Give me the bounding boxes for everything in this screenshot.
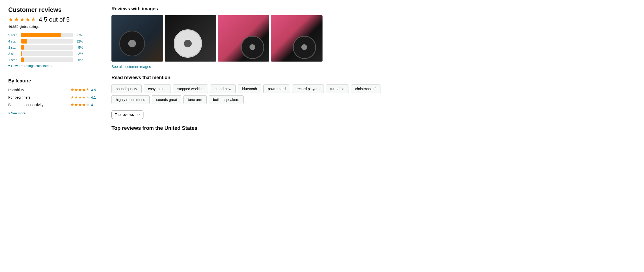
- star-4: ★: [25, 17, 30, 22]
- tag-sounds-great[interactable]: sounds great: [152, 95, 181, 104]
- tag-stopped-working[interactable]: stopped working: [173, 84, 208, 93]
- fstar-half-portability: ★ ★: [86, 87, 90, 92]
- star-2-label[interactable]: 2 star: [8, 52, 19, 56]
- feature-beginners-stars: ★ ★ ★ ★ ★: [70, 95, 90, 100]
- star-bar-1[interactable]: 1 star 5%: [8, 57, 96, 62]
- star-5-half: [31, 17, 36, 22]
- tag-easy-to-use[interactable]: easy to use: [144, 84, 171, 93]
- tag-turntable[interactable]: turntable: [326, 84, 349, 93]
- bar-track-4: [21, 39, 73, 44]
- star-3: ★: [20, 17, 25, 22]
- tag-bluetooth[interactable]: bluetooth: [238, 84, 261, 93]
- bar-track-5: [21, 33, 73, 37]
- feature-portability-right: ★ ★ ★ ★ ★ ★ 4.5: [70, 87, 96, 92]
- feature-beginners: For beginners ★ ★ ★ ★ ★ 4.1: [8, 95, 96, 100]
- star-bar-4[interactable]: 4 star 12%: [8, 39, 96, 44]
- review-image-4[interactable]: [271, 15, 323, 62]
- star-1-label[interactable]: 1 star: [8, 58, 19, 62]
- fstar-1: ★: [70, 87, 74, 92]
- tag-tone-arm[interactable]: tone arm: [183, 95, 206, 104]
- star-bar-5[interactable]: 5 star 77%: [8, 33, 96, 37]
- feature-portability-score: 4.5: [91, 88, 96, 92]
- fstar-3: ★: [78, 87, 82, 92]
- fstar-bl3: ★: [78, 102, 82, 107]
- star-bar-2[interactable]: 2 star 2%: [8, 51, 96, 56]
- fstar-bl1: ★: [70, 102, 74, 107]
- tag-brand-new[interactable]: brand new: [210, 84, 236, 93]
- global-ratings: 46,859 global ratings: [8, 25, 96, 29]
- by-feature-title: By feature: [8, 78, 96, 84]
- tag-sound-quality[interactable]: sound quality: [111, 84, 142, 93]
- bar-track-1: [21, 57, 73, 62]
- fstar-2: ★: [74, 87, 78, 92]
- star-5-label[interactable]: 5 star: [8, 33, 19, 37]
- star-1: ★: [8, 17, 13, 22]
- sort-select[interactable]: Top reviews Most recent: [111, 110, 143, 119]
- feature-bluetooth-label: Bluetooth connectivity: [8, 103, 43, 107]
- fstar-bl2: ★: [74, 102, 78, 107]
- top-reviews-from-title: Top reviews from the United States: [111, 125, 411, 131]
- overall-stars: ★ ★ ★ ★: [8, 17, 36, 22]
- rating-number: 4.5 out of 5: [39, 16, 70, 23]
- fstar-b2: ★: [74, 95, 78, 100]
- bar-fill-4: [21, 39, 27, 44]
- review-image-2[interactable]: [165, 15, 216, 62]
- bar-track-2: [21, 51, 73, 56]
- bar-pct-3: 5%: [75, 46, 83, 49]
- mention-tags-container: sound quality easy to use stopped workin…: [111, 84, 411, 104]
- review-image-1[interactable]: [111, 15, 163, 62]
- bar-fill-3: [21, 45, 24, 50]
- sort-dropdown-container: Top reviews Most recent: [111, 110, 411, 119]
- bar-pct-5: 77%: [75, 33, 83, 37]
- feature-bluetooth-stars: ★ ★ ★ ★ ★: [70, 102, 90, 107]
- feature-bluetooth-score: 4.1: [91, 103, 96, 107]
- feature-beginners-score: 4.1: [91, 95, 96, 99]
- tag-highly-recommend[interactable]: highly recommend: [111, 95, 150, 104]
- feature-bluetooth-right: ★ ★ ★ ★ ★ 4.1: [70, 102, 96, 107]
- fstar-b1: ★: [70, 95, 74, 100]
- bar-pct-1: 5%: [75, 58, 83, 62]
- bar-pct-4: 12%: [75, 39, 83, 43]
- tag-built-in-speakers[interactable]: built in speakers: [209, 95, 244, 104]
- feature-portability-label: Portability: [8, 88, 24, 92]
- fstar-b4: ★: [82, 95, 86, 100]
- star-3-label[interactable]: 3 star: [8, 46, 19, 49]
- fstar-b3: ★: [78, 95, 82, 100]
- overall-rating-row: ★ ★ ★ ★ 4.5 out of 5: [8, 16, 96, 23]
- left-column: Customer reviews ★ ★ ★ ★ 4.5 out of 5 46…: [8, 6, 96, 131]
- customer-reviews-title: Customer reviews: [8, 6, 96, 13]
- fstar-bl5-empty: ★: [86, 102, 90, 107]
- fstar-b5-empty: ★: [86, 95, 90, 100]
- bar-track-3: [21, 45, 73, 50]
- tag-christmas-gift[interactable]: christmas gift: [351, 84, 381, 93]
- bar-pct-2: 2%: [75, 52, 83, 56]
- divider: [8, 73, 96, 73]
- read-reviews-title: Read reviews that mention: [111, 75, 411, 80]
- see-all-images-link[interactable]: See all customer images: [111, 65, 151, 69]
- how-calc-link[interactable]: ▾ How are ratings calculated?: [8, 64, 52, 68]
- star-4-label[interactable]: 4 star: [8, 39, 19, 43]
- fstar-bl4: ★: [82, 102, 86, 107]
- bar-fill-5: [21, 33, 61, 37]
- fstar-4: ★: [82, 87, 86, 92]
- tag-power-cord[interactable]: power cord: [263, 84, 290, 93]
- bar-fill-1: [21, 57, 24, 62]
- review-images-row: [111, 15, 411, 62]
- star-2: ★: [14, 17, 19, 22]
- star-bar-3[interactable]: 3 star 5%: [8, 45, 96, 50]
- see-more-link[interactable]: ▾ See more: [8, 111, 26, 115]
- star-bars: 5 star 77% 4 star 12% 3 star 5%: [8, 33, 96, 62]
- feature-beginners-label: For beginners: [8, 95, 30, 99]
- review-image-3[interactable]: [218, 15, 269, 62]
- feature-portability: Portability ★ ★ ★ ★ ★ ★ 4.5: [8, 87, 96, 92]
- feature-portability-stars: ★ ★ ★ ★ ★ ★: [70, 87, 90, 92]
- feature-bluetooth: Bluetooth connectivity ★ ★ ★ ★ ★ 4.1: [8, 102, 96, 107]
- feature-beginners-right: ★ ★ ★ ★ ★ 4.1: [70, 95, 96, 100]
- right-column: Reviews with images See all: [111, 6, 411, 131]
- tag-record-players[interactable]: record players: [292, 84, 324, 93]
- reviews-images-title: Reviews with images: [111, 6, 411, 12]
- bar-fill-2: [21, 51, 22, 56]
